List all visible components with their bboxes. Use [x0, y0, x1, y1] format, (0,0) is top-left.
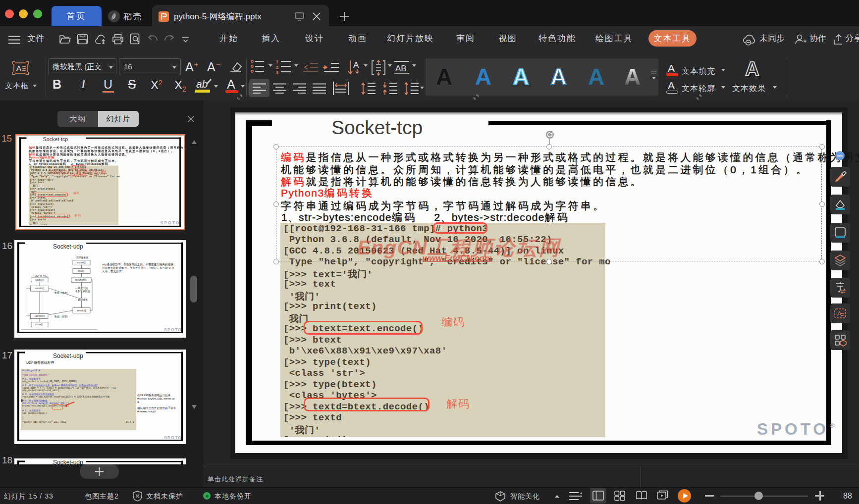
svg-text:#python socket_udp_server.py: #python socket_udp_server.py: [137, 397, 175, 400]
svg-text:#coding=utf-8: #coding=utf-8: [22, 369, 40, 372]
svg-text:print(recv_data[0].decode('utf: print(recv_data[0].decode('utf8')): [22, 404, 69, 407]
svg-text:A: A: [16, 64, 21, 72]
svg-text:~: ~: [22, 415, 24, 417]
svg-text:udp_socket = socket(AF_INET, S: udp_socket = socket(AF_INET, SOCK_DGRAM): [22, 380, 77, 383]
svg-text:sendto(): sendto(): [77, 309, 86, 312]
svg-text:3: 3: [276, 70, 278, 75]
svg-text:close(): close(): [35, 323, 43, 326]
svg-text:recv_data = udp_socket.recvfro: recv_data = udp_socket.recvfrom(1024) # …: [22, 395, 110, 399]
svg-text:udp_socket.close(): udp_socket.close(): [22, 412, 47, 414]
svg-text:A: A: [353, 60, 359, 70]
svg-text:SPOTO: SPOTO: [164, 327, 182, 332]
svg-text:数据（应答）: 数据（应答）: [54, 315, 69, 318]
svg-text:1: 1: [276, 59, 278, 64]
svg-text:recvfrom(): recvfrom(): [34, 314, 45, 317]
svg-text:A: A: [837, 310, 842, 317]
svg-text:Socket-udp: Socket-udp: [53, 459, 83, 465]
svg-text:udp_socket.bind(local_addr): udp_socket.bind(local_addr): [22, 389, 59, 392]
svg-text:2: 2: [276, 65, 278, 70]
svg-text:只需要发送数据即可，类似于生活中，"写信"，有可能"石沉: 只需要发送数据即可，类似于生活中，"写信"，有可能"石沉: [102, 266, 174, 270]
svg-text:bind(): bind(): [78, 269, 84, 272]
svg-text:from socket import *: from socket import *: [22, 374, 50, 376]
svg-text:socket(): socket(): [77, 261, 86, 264]
svg-text:Socket-udp: Socket-udp: [53, 243, 83, 250]
svg-text:UDP服务器端程序: UDP服务器端程序: [26, 361, 54, 365]
svg-text:14,6-1: 14,6-1: [126, 421, 134, 423]
svg-text:UDP服务器: UDP服务器: [76, 256, 89, 259]
svg-text:sendto(): sendto(): [35, 287, 45, 290]
svg-text:大海，杳无音讯"。: 大海，杳无音讯"。: [102, 270, 125, 273]
svg-text:~: ~: [22, 418, 24, 420]
svg-text:处理请求: 处理请求: [78, 298, 88, 302]
svg-text:AB: AB: [395, 64, 407, 73]
svg-text:确认端口是否开启使用如下命令: 确认端口是否开启使用如下命令: [137, 406, 176, 410]
svg-text:#netstat –ntupl: #netstat –ntupl: [137, 410, 156, 413]
svg-text:&: &: [137, 401, 139, 403]
svg-text:socket(): socket(): [35, 278, 44, 281]
svg-text:Socket-udp: Socket-udp: [53, 353, 83, 359]
svg-text:"socket_udp_server.py" 23L, 58: "socket_udp_server.py" 23L, 5882: [22, 421, 66, 423]
svg-text:UDP客户端: UDP客户端: [35, 274, 48, 277]
svg-text:在31.190服务器端运行起来: 在31.190服务器端运行起来: [137, 394, 171, 397]
svg-text:udp通信模型中，在通信开始之前，不需要建立相关的链接，: udp通信模型中，在通信开始之前，不需要建立相关的链接，: [102, 262, 176, 266]
svg-text:收到客户数据: 收到客户数据: [75, 290, 90, 293]
svg-text:数据（请求）: 数据（请求）: [54, 291, 69, 295]
svg-text:SPOTO: SPOTO: [164, 435, 182, 440]
svg-text:recvfrom(): recvfrom(): [75, 278, 87, 281]
